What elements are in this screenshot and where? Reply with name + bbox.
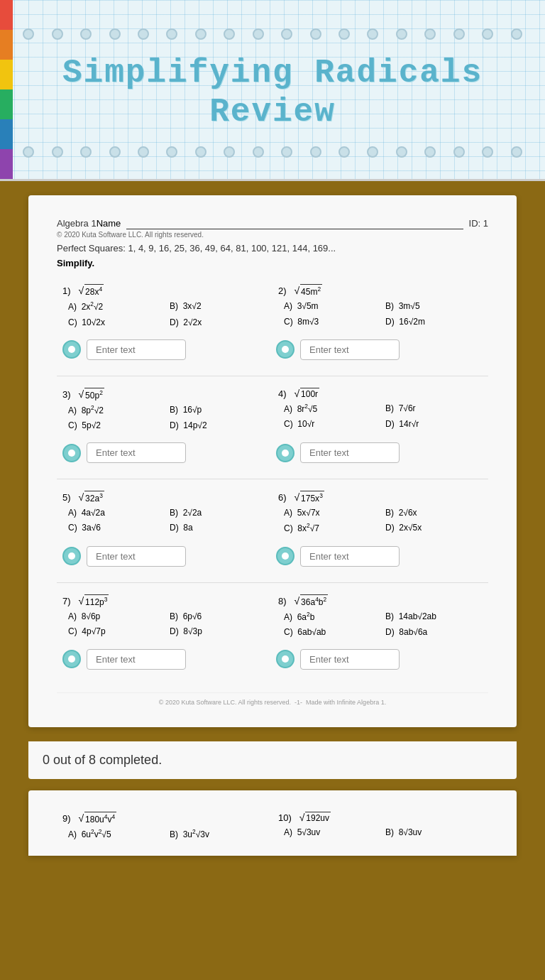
problem-6-expr: 6) √ 175x3: [278, 491, 483, 503]
answer-4b: B) 7√6r: [385, 402, 483, 416]
copyright-text: © 2020 Kuta Software LLC. All rights res…: [57, 231, 488, 239]
problems-row-3: 5) √ 32a3 A) 4a√2a B) 2√2a C) 3a√6 D) 8a…: [57, 484, 488, 538]
input-row-1: [57, 332, 488, 371]
radical-9: √ 180u4v4: [78, 812, 116, 824]
problem-10: 10) √ 192uv A) 5√3uv B) 8√3uv: [272, 805, 488, 844]
problem-2: 2) √ 45m2 A) 3√5m B) 3m√5 C) 8m√3 D) 16√…: [272, 277, 488, 332]
input-wrapper-5: [62, 546, 269, 567]
radio-dot-3[interactable]: [62, 444, 81, 462]
radio-dot-inner-1: [68, 346, 75, 353]
problem-3-expr: 3) √ 50p2: [62, 388, 267, 401]
strip-green: [0, 89, 13, 119]
answer-input-6[interactable]: [300, 546, 400, 567]
radical-8: √ 36a4b2: [294, 594, 328, 607]
problem-4-expr: 4) √ 100r: [278, 388, 483, 399]
answer-5b: B) 2√2a: [170, 506, 267, 520]
answer-1d: D) 2√2x: [170, 316, 267, 330]
problem-1-expr: 1) √ 28x4: [62, 284, 267, 297]
strip-orange: [0, 30, 13, 60]
answer-7d: D) 8√3p: [170, 625, 267, 638]
problem-2-answers: A) 3√5m B) 3m√5 C) 8m√3 D) 16√2m: [284, 300, 483, 328]
color-strip: [0, 0, 13, 179]
answer-1b: B) 3x√2: [170, 300, 267, 314]
radio-dot-inner-8: [282, 655, 289, 663]
answer-6d: D) 2x√5x: [385, 521, 483, 535]
problem-9-answers: A) 6u2v2√5 B) 3u2√3v: [68, 827, 267, 842]
answer-8a: A) 6a2b: [284, 610, 381, 624]
radio-dot-2[interactable]: [276, 340, 294, 359]
answer-input-2[interactable]: [300, 339, 400, 360]
problem-1-answers: A) 2x2√2 B) 3x√2 C) 10√2x D) 2√2x: [68, 300, 267, 329]
problem-7-answers: A) 8√6p B) 6p√6 C) 4p√7p D) 8√3p: [68, 610, 267, 638]
problem-7-expr: 7) √ 112p3: [62, 594, 267, 607]
answer-9a: A) 6u2v2√5: [68, 827, 165, 842]
answer-8b: B) 14ab√2ab: [385, 610, 483, 624]
problem-10-answers: A) 5√3uv B) 8√3uv: [284, 826, 483, 839]
score-suffix: completed.: [99, 753, 162, 767]
answer-5c: C) 3a√6: [68, 521, 165, 535]
problem-6: 6) √ 175x3 A) 5x√7x B) 2√6x C) 8x2√7 D) …: [272, 484, 488, 538]
strip-red: [0, 0, 13, 30]
input-row-4: [57, 642, 488, 681]
radio-dot-inner-4: [282, 450, 289, 457]
answer-input-8[interactable]: [300, 649, 400, 670]
problem-9: 9) √ 180u4v4 A) 6u2v2√5 B) 3u2√3v: [57, 805, 272, 844]
answer-4c: C) 10√r: [284, 418, 381, 431]
radio-dot-1[interactable]: [62, 340, 81, 359]
problems-row-4: 7) √ 112p3 A) 8√6p B) 6p√6 C) 4p√7p D) 8…: [57, 587, 488, 642]
page-title: Simplifying Radicals Review: [14, 54, 531, 132]
radio-dot-5[interactable]: [62, 547, 81, 565]
score-bar: 0 out of 8 completed.: [28, 741, 517, 779]
answer-6a: A) 5x√7x: [284, 506, 381, 520]
radical-6: √ 175x3: [294, 491, 324, 503]
problem-3: 3) √ 50p2 A) 8p2√2 B) 16√p C) 5p√2 D) 14…: [57, 381, 272, 435]
problem-8: 8) √ 36a4b2 A) 6a2b B) 14ab√2ab C) 6ab√a…: [272, 587, 488, 642]
radio-dot-inner-6: [282, 552, 289, 560]
answer-input-5[interactable]: [87, 546, 186, 567]
answer-8d: D) 8ab√6a: [385, 626, 483, 639]
radio-dot-8[interactable]: [276, 650, 294, 668]
problem-9-expr: 9) √ 180u4v4: [62, 812, 267, 824]
radical-4: √ 100r: [294, 388, 319, 399]
answer-input-1[interactable]: [87, 339, 186, 360]
radical-1: √ 28x4: [78, 284, 104, 297]
problem-3-answers: A) 8p2√2 B) 16√p C) 5p√2 D) 14p√2: [68, 403, 267, 432]
radio-dot-inner-5: [68, 552, 75, 560]
worksheet-header-row: Algebra 1 Name ID: 1: [57, 217, 488, 229]
problem-4-answers: A) 8r2√5 B) 7√6r C) 10√r D) 14r√r: [284, 402, 483, 431]
answer-input-7[interactable]: [87, 649, 186, 670]
answer-10a: A) 5√3uv: [284, 826, 381, 839]
problems-row-2: 3) √ 50p2 A) 8p2√2 B) 16√p C) 5p√2 D) 14…: [57, 381, 488, 435]
answer-3b: B) 16√p: [170, 403, 267, 418]
worksheet-footer: © 2020 Kuta Software LLC. All rights res…: [57, 692, 488, 706]
input-row-3: [57, 539, 488, 578]
radio-dot-inner-2: [282, 346, 289, 353]
answer-input-3[interactable]: [87, 442, 186, 463]
answer-input-4[interactable]: [300, 442, 400, 463]
answer-6c: C) 8x2√7: [284, 521, 381, 535]
strip-yellow: [0, 60, 13, 89]
answer-1c: C) 10√2x: [68, 316, 165, 330]
radio-dot-inner-7: [68, 655, 75, 663]
second-problems-row: 9) √ 180u4v4 A) 6u2v2√5 B) 3u2√3v 10) √ …: [57, 805, 488, 844]
radio-dot-4[interactable]: [276, 444, 294, 462]
footer-made-with: Made with Infinite Algebra 1.: [306, 699, 386, 706]
answer-8c: C) 6ab√ab: [284, 626, 381, 639]
answer-7c: C) 4p√7p: [68, 625, 165, 638]
header-dots-bottom: [14, 146, 531, 158]
answer-2c: C) 8m√3: [284, 315, 381, 329]
radio-dot-7[interactable]: [62, 650, 81, 668]
header-dots-top: [14, 28, 531, 40]
problem-5-answers: A) 4a√2a B) 2√2a C) 3a√6 D) 8a: [68, 506, 267, 535]
answer-3d: D) 14p√2: [170, 419, 267, 432]
problem-7: 7) √ 112p3 A) 8√6p B) 6p√6 C) 4p√7p D) 8…: [57, 587, 272, 642]
input-wrapper-6: [276, 546, 483, 567]
input-wrapper-3: [62, 442, 269, 463]
radio-dot-6[interactable]: [276, 547, 294, 565]
answer-3a: A) 8p2√2: [68, 403, 165, 418]
input-wrapper-2: [276, 339, 483, 360]
radical-5: √ 32a3: [78, 491, 104, 503]
problem-6-answers: A) 5x√7x B) 2√6x C) 8x2√7 D) 2x√5x: [284, 506, 483, 535]
input-wrapper-8: [276, 649, 483, 670]
problem-4: 4) √ 100r A) 8r2√5 B) 7√6r C) 10√r D) 14…: [272, 381, 488, 435]
